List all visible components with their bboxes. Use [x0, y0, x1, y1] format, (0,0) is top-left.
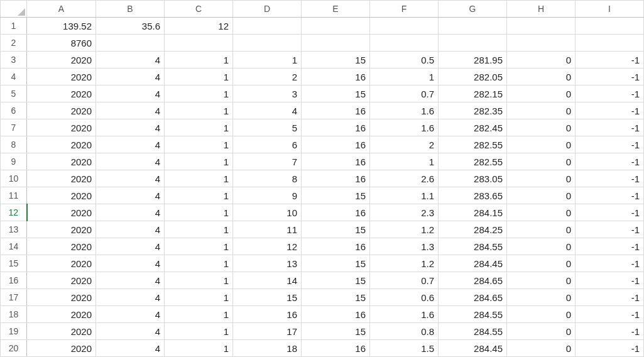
cell-D17[interactable]: 15: [233, 289, 302, 306]
row-header-9[interactable]: 9: [1, 153, 27, 170]
row-header-6[interactable]: 6: [1, 102, 27, 119]
cell-G7[interactable]: 282.45: [439, 119, 507, 136]
row-header-11[interactable]: 11: [1, 187, 27, 204]
cell-D20[interactable]: 18: [233, 340, 302, 357]
cell-H18[interactable]: 0: [507, 306, 576, 323]
row-header-10[interactable]: 10: [1, 170, 27, 187]
cell-A7[interactable]: 2020: [27, 119, 96, 136]
cell-A14[interactable]: 2020: [27, 238, 96, 255]
cell-I18[interactable]: -1: [576, 306, 644, 323]
cell-C16[interactable]: 1: [165, 272, 233, 289]
cell-F17[interactable]: 0.6: [370, 289, 439, 306]
cell-G3[interactable]: 281.95: [439, 52, 507, 69]
cell-G6[interactable]: 282.35: [439, 102, 507, 119]
cell-H4[interactable]: 0: [507, 69, 576, 85]
cell-C6[interactable]: 1: [165, 102, 233, 119]
row-header-15[interactable]: 15: [1, 255, 27, 272]
cell-H17[interactable]: 0: [507, 289, 576, 306]
cell-H5[interactable]: 0: [507, 85, 576, 102]
cell-G5[interactable]: 282.15: [439, 85, 507, 102]
cell-I2[interactable]: [576, 35, 644, 52]
cell-I7[interactable]: -1: [576, 119, 644, 136]
cell-D1[interactable]: [233, 18, 302, 35]
cell-B14[interactable]: 4: [96, 238, 165, 255]
cell-B4[interactable]: 4: [96, 69, 165, 85]
select-all-corner[interactable]: [1, 1, 27, 18]
cell-H3[interactable]: 0: [507, 52, 576, 69]
cell-C8[interactable]: 1: [165, 136, 233, 153]
cell-C15[interactable]: 1: [165, 255, 233, 272]
cell-A18[interactable]: 2020: [27, 306, 96, 323]
cell-F14[interactable]: 1.3: [370, 238, 439, 255]
row-header-18[interactable]: 18: [1, 306, 27, 323]
cell-A6[interactable]: 2020: [27, 102, 96, 119]
column-header-H[interactable]: H: [507, 1, 576, 18]
cell-F15[interactable]: 1.2: [370, 255, 439, 272]
cell-E12[interactable]: 16: [302, 204, 370, 221]
cell-B19[interactable]: 4: [96, 323, 165, 340]
cell-C14[interactable]: 1: [165, 238, 233, 255]
cell-E7[interactable]: 16: [302, 119, 370, 136]
row-header-3[interactable]: 3: [1, 52, 27, 69]
cell-D16[interactable]: 14: [233, 272, 302, 289]
cell-E3[interactable]: 15: [302, 52, 370, 69]
cell-D8[interactable]: 6: [233, 136, 302, 153]
cell-I16[interactable]: -1: [576, 272, 644, 289]
cell-E19[interactable]: 15: [302, 323, 370, 340]
cell-B6[interactable]: 4: [96, 102, 165, 119]
cell-A9[interactable]: 2020: [27, 153, 96, 170]
cell-B13[interactable]: 4: [96, 221, 165, 238]
cell-D2[interactable]: [233, 35, 302, 52]
cell-F18[interactable]: 1.6: [370, 306, 439, 323]
column-header-C[interactable]: C: [165, 1, 233, 18]
cell-B18[interactable]: 4: [96, 306, 165, 323]
cell-D6[interactable]: 4: [233, 102, 302, 119]
cell-E8[interactable]: 16: [302, 136, 370, 153]
cell-F6[interactable]: 1.6: [370, 102, 439, 119]
row-header-4[interactable]: 4: [1, 69, 27, 85]
cell-I17[interactable]: -1: [576, 289, 644, 306]
cell-H7[interactable]: 0: [507, 119, 576, 136]
cell-B3[interactable]: 4: [96, 52, 165, 69]
cell-B2[interactable]: [96, 35, 165, 52]
cell-C13[interactable]: 1: [165, 221, 233, 238]
cell-D9[interactable]: 7: [233, 153, 302, 170]
cell-I15[interactable]: -1: [576, 255, 644, 272]
row-header-17[interactable]: 17: [1, 289, 27, 306]
cell-D18[interactable]: 16: [233, 306, 302, 323]
cell-E14[interactable]: 16: [302, 238, 370, 255]
cell-H10[interactable]: 0: [507, 170, 576, 187]
cell-E18[interactable]: 16: [302, 306, 370, 323]
cell-I9[interactable]: -1: [576, 153, 644, 170]
cell-C11[interactable]: 1: [165, 187, 233, 204]
cell-C20[interactable]: 1: [165, 340, 233, 357]
row-header-2[interactable]: 2: [1, 35, 27, 52]
cell-H8[interactable]: 0: [507, 136, 576, 153]
cell-B12[interactable]: 4: [96, 204, 165, 221]
cell-B5[interactable]: 4: [96, 85, 165, 102]
cell-G14[interactable]: 284.55: [439, 238, 507, 255]
column-header-D[interactable]: D: [233, 1, 302, 18]
cell-I11[interactable]: -1: [576, 187, 644, 204]
cell-B20[interactable]: 4: [96, 340, 165, 357]
cell-I5[interactable]: -1: [576, 85, 644, 102]
cell-H20[interactable]: 0: [507, 340, 576, 357]
cell-C5[interactable]: 1: [165, 85, 233, 102]
cell-A19[interactable]: 2020: [27, 323, 96, 340]
cell-F3[interactable]: 0.5: [370, 52, 439, 69]
cell-A5[interactable]: 2020: [27, 85, 96, 102]
cell-F7[interactable]: 1.6: [370, 119, 439, 136]
cell-G17[interactable]: 284.65: [439, 289, 507, 306]
column-header-E[interactable]: E: [302, 1, 370, 18]
cell-A12[interactable]: 2020: [27, 204, 96, 221]
cell-A17[interactable]: 2020: [27, 289, 96, 306]
cell-D5[interactable]: 3: [233, 85, 302, 102]
cell-H1[interactable]: [507, 18, 576, 35]
cell-F11[interactable]: 1.1: [370, 187, 439, 204]
cell-G11[interactable]: 283.65: [439, 187, 507, 204]
column-header-F[interactable]: F: [370, 1, 439, 18]
cell-B7[interactable]: 4: [96, 119, 165, 136]
cell-D4[interactable]: 2: [233, 69, 302, 85]
cell-I14[interactable]: -1: [576, 238, 644, 255]
cell-A8[interactable]: 2020: [27, 136, 96, 153]
